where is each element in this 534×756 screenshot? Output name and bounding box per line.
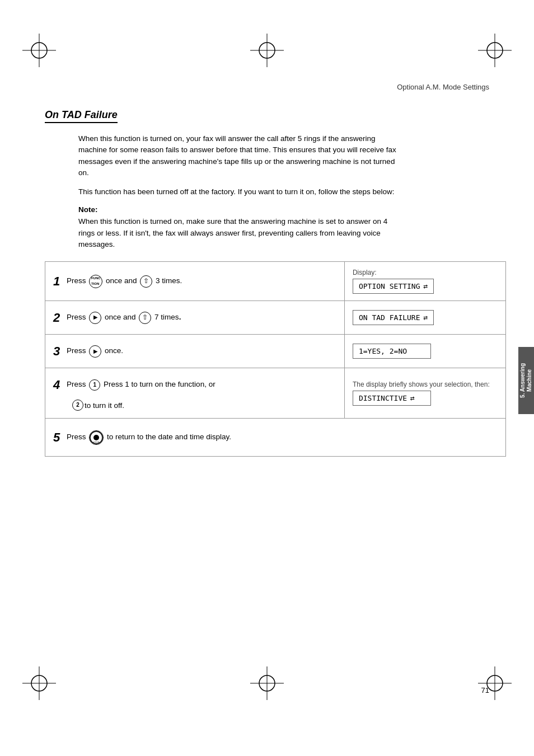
step-5-number: 5 [53,430,60,444]
corner-mark-tl [22,34,56,67]
note-text: When this function is turned on, make su… [78,216,403,250]
step-4-right: The display briefly shows your selection… [344,368,505,419]
step-3-text: once. [105,346,123,355]
step-1-arrow: ⇄ [424,282,428,290]
step-2-left: 2 Press ▶ once and ⇧ 7 times. [45,301,345,335]
page: Optional A.M. Mode Settings 5. Answering… [0,0,534,756]
step-4-text-b: to turn it off. [85,400,124,412]
step-1-text-a: once and [106,276,139,285]
step-3-row: 3 Press ▶ once. 1=YES, 2=NO [45,335,506,368]
step-4-left: 4 Press 1 Press 1 to turn on the functio… [45,368,345,419]
step-2-right: ON TAD FAILURE ⇄ [344,301,505,335]
step-4-display-text: DISTINCTIVE [359,394,407,402]
note-label: Note: [78,205,506,214]
up-arrow-icon-1: ⇧ [140,275,152,288]
step-4-text-a: Press 1 to turn on the function, or [104,381,216,389]
step-5-text: to return to the date and time display. [107,433,231,441]
main-content: On TAD Failure When this function is tur… [45,109,506,672]
page-number: 71 [481,686,489,694]
section-title: On TAD Failure [45,109,118,123]
step-5-cell: 5 Press STOP to return to the date and t… [45,419,506,457]
step-2-text-a: once and [105,313,138,321]
step-1-text-b: 3 times. [156,276,182,285]
step-1-display-box: OPTION SETTING ⇄ [353,279,434,294]
up-arrow-icon-2: ⇧ [139,312,151,324]
step-2-row: 2 Press ▶ once and ⇧ 7 times. ON TAD FAI… [45,301,506,335]
side-tab: 5. Answering Machine [518,347,534,414]
step-3-left: 3 Press ▶ once. [45,335,345,368]
step-1-left: 1 Press FUNCTION once and ⇧ 3 times. [45,262,345,301]
side-tab-text: 5. Answering Machine [519,363,533,398]
step-1-display-text: OPTION SETTING [359,282,420,290]
step-4-display-label-a: The display briefly shows your selection… [353,381,498,388]
enter-button-icon-3: ▶ [89,345,101,358]
key-1-icon: 1 [89,379,100,391]
step-4-number: 4 [53,378,60,392]
body-paragraph-1: When this function is turned on, your fa… [78,133,403,179]
svg-text:STOP: STOP [93,440,100,443]
key-2-icon: 2 [72,400,83,411]
header-title: Optional A.M. Mode Settings [397,83,489,91]
steps-table: 1 Press FUNCTION once and ⇧ 3 times. Dis… [45,261,506,457]
step-4-arrow: ⇄ [410,394,415,402]
step-4-display-box: DISTINCTIVE ⇄ [353,391,431,406]
step-2-number: 2 [53,311,60,325]
step-5-row: 5 Press STOP to return to the date and t… [45,419,506,457]
step-3-display-text: 1=YES, 2=NO [359,347,407,355]
corner-mark-tm [250,34,284,67]
step-2-display-text: ON TAD FAILURE [359,313,420,322]
step-1-display-label: Display: [353,269,498,276]
body-paragraph-2: This function has been turned off at the… [78,186,403,198]
step-2-display-box: ON TAD FAILURE ⇄ [353,310,434,325]
step-1-number: 1 [53,274,60,288]
stop-button-icon: STOP [89,430,104,445]
page-header: Optional A.M. Mode Settings [397,83,489,91]
step-1-right: Display: OPTION SETTING ⇄ [344,262,505,301]
step-2-text-b: 7 times [154,313,179,321]
svg-point-19 [93,435,99,440]
step-4-row: 4 Press 1 Press 1 to turn on the functio… [45,368,506,419]
step-3-right: 1=YES, 2=NO [344,335,505,368]
corner-mark-tr [478,34,512,67]
step-3-number: 3 [53,344,60,358]
step-2-arrow: ⇄ [424,313,428,322]
enter-button-icon-2: ▶ [89,312,101,324]
function-button-icon: FUNCTION [89,275,102,288]
step-3-display-box: 1=YES, 2=NO [353,344,431,359]
step-1-row: 1 Press FUNCTION once and ⇧ 3 times. Dis… [45,262,506,301]
